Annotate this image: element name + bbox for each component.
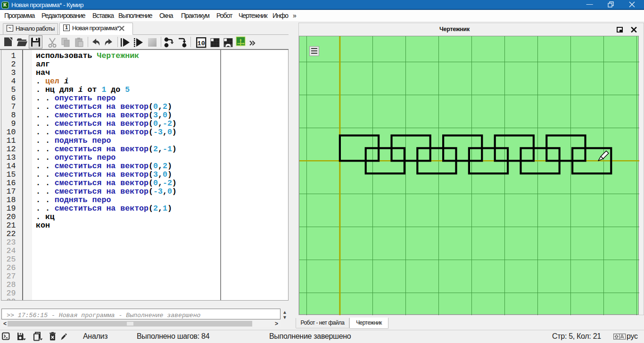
svg-text:10: 10 [198, 40, 205, 47]
